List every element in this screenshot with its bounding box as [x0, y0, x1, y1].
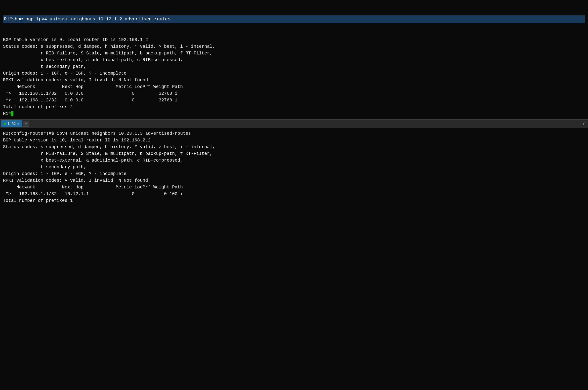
bottom-line-5: t secondary path, — [3, 164, 585, 171]
top-line-10: *> 192.168.1.2/32 0.0.0.0 0 32768 i — [3, 97, 585, 104]
tab-close-icon[interactable]: ✕ — [17, 122, 19, 126]
top-line-9: *> 192.168.1.1/32 0.0.0.0 0 32768 i — [3, 90, 585, 97]
top-line-6: RPKI validation codes: V valid, I invali… — [3, 77, 585, 84]
bottom-line-2: Status codes: s suppressed, d damped, h … — [3, 144, 585, 150]
bottom-pane: R2(config-router)#$ ipv4 unicast neighbo… — [0, 128, 588, 390]
top-line-12: Total number of prefixes 2 — [3, 104, 585, 110]
tab-collapse-icon[interactable]: ❮ — [581, 121, 587, 126]
terminal-container: R1#show bgp ipv4 unicast neighbors 10.12… — [0, 0, 588, 390]
bottom-line-12: Total number of prefixes 1 — [3, 197, 585, 204]
tab-bar: 1 R2 ✕ + ❮ — [0, 119, 588, 128]
tab-r2[interactable]: 1 R2 ✕ — [1, 120, 22, 127]
bottom-output: R2(config-router)#$ ipv4 unicast neighbo… — [3, 130, 585, 204]
top-output: BGP table version is 9, local router ID … — [3, 37, 585, 117]
top-pane: R1#show bgp ipv4 unicast neighbors 10.12… — [0, 0, 588, 119]
top-line-8: Network Next Hop Metric LocPrf Weight Pa… — [3, 84, 585, 90]
bottom-line-1: BGP table version is 10, local router ID… — [3, 137, 585, 144]
bottom-line-4: x best-external, a additional-path, c RI… — [3, 157, 585, 164]
bottom-line-6: Origin codes: i - IGP, e - EGP, ? - inco… — [3, 171, 585, 177]
bottom-line-10: *> 192.168.1.1/32 10.12.1.1 0 0 100 i — [3, 191, 585, 197]
tab-status-dot — [4, 123, 6, 125]
top-line-5: Origin codes: i - IGP, e - EGP, ? - inco… — [3, 70, 585, 77]
cursor — [11, 111, 13, 116]
bottom-line-9: Network Next Hop Metric LocPrf Weight Pa… — [3, 184, 585, 191]
bottom-line-7: RPKI validation codes: V valid, I invali… — [3, 177, 585, 184]
top-line-4: t secondary path, — [3, 63, 585, 70]
top-terminal-text: R1#show bgp ipv4 unicast neighbors 10.12… — [3, 2, 585, 37]
tab-add-button[interactable]: + — [23, 121, 29, 127]
top-line-2: r RIB-failure, S Stale, m multipath, b b… — [3, 50, 585, 57]
top-line-1: Status codes: s suppressed, d damped, h … — [3, 43, 585, 50]
top-line-0: BGP table version is 9, local router ID … — [3, 37, 585, 43]
tab-label: 1 R2 — [7, 122, 16, 126]
top-command-line[interactable]: R1#show bgp ipv4 unicast neighbors 10.12… — [3, 15, 585, 23]
bottom-line-3: r RIB-failure, S Stale, m multipath, b b… — [3, 150, 585, 157]
top-line-3: x best-external, a additional-path, c RI… — [3, 57, 585, 63]
top-line-13: R1# — [3, 110, 585, 117]
bottom-line-0: R2(config-router)#$ ipv4 unicast neighbo… — [3, 130, 585, 137]
